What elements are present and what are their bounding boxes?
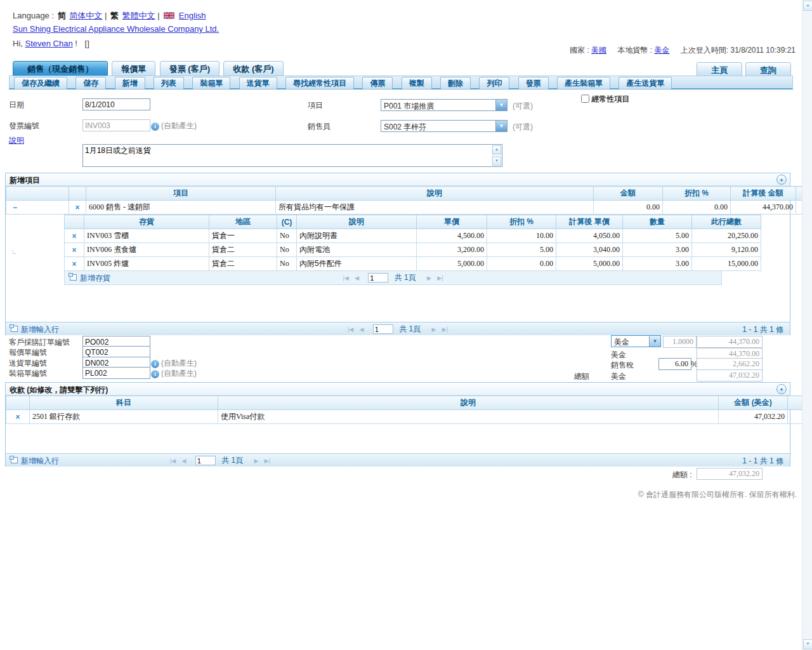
collapse-panel-icon[interactable]: ▲ [776, 384, 787, 394]
stock-cell[interactable]: INV005 炸爐 [84, 257, 209, 271]
scroll-up-icon[interactable]: ▲ [492, 145, 501, 154]
page-scrollbar[interactable]: ▲ ▼ [802, 0, 812, 650]
qty-cell[interactable]: 3.00 [623, 243, 692, 257]
copy-button[interactable]: 複製 [402, 77, 432, 90]
delete-row-icon[interactable]: × [15, 413, 20, 421]
pager-last-icon[interactable]: ▶| [265, 458, 270, 464]
c-cell[interactable]: No [277, 243, 297, 257]
pager-prev-icon[interactable]: ◀ [355, 275, 359, 281]
unit-price-cell[interactable]: 3,200.00 [417, 243, 487, 257]
desc-cell[interactable]: 內附說明書 [297, 229, 417, 243]
unit-price-cell[interactable]: 5,000.00 [417, 257, 487, 271]
find-recurring-button[interactable]: 尋找經常性項目 [285, 77, 354, 90]
net-price-cell[interactable]: 5,000.00 [556, 257, 623, 271]
pager-page-input[interactable] [368, 273, 388, 282]
salesman-select[interactable]: S002 李梓芬 ▼ [381, 120, 508, 132]
c-cell[interactable]: No [277, 257, 297, 271]
country-link[interactable]: 美國 [591, 46, 606, 55]
pager-next-icon[interactable]: ▶ [427, 275, 431, 281]
new-button[interactable]: 新增 [115, 77, 145, 90]
desc-cell[interactable]: 所有貨品均有一年保護 [276, 201, 594, 215]
tab-receipt-customer[interactable]: 收款 (客戶) [223, 61, 283, 76]
c-cell[interactable]: No [277, 229, 297, 243]
user-link[interactable]: Steven Chan [25, 39, 73, 48]
scroll-down-icon[interactable]: ▼ [492, 157, 501, 166]
unit-price-cell[interactable]: 4,500.00 [417, 229, 487, 243]
scroll-down-icon[interactable]: ▼ [803, 639, 812, 649]
net-price-cell[interactable]: 3,040.00 [556, 243, 623, 257]
pager-next-icon[interactable]: ▶ [254, 458, 259, 464]
pager-first-icon[interactable]: |◀ [348, 326, 353, 333]
tab-invoice-customer[interactable]: 發票 (客戶) [160, 61, 219, 76]
list-button[interactable]: 列表 [154, 77, 184, 90]
textarea-scrollbar[interactable]: ▲ ▼ [492, 145, 501, 166]
tax-rate-input[interactable] [658, 358, 691, 370]
location-cell[interactable]: 貨倉一 [209, 229, 277, 243]
location-cell[interactable]: 貨倉二 [209, 257, 277, 271]
discount-cell[interactable]: 0.00 [663, 201, 731, 215]
net-price-cell[interactable]: 4,050.00 [556, 229, 623, 243]
pager-prev-icon[interactable]: ◀ [182, 458, 187, 464]
generate-packing-list-button[interactable]: 產生裝箱單 [557, 77, 610, 90]
qty-cell[interactable]: 3.00 [623, 257, 692, 271]
collapse-panel-icon[interactable]: ▲ [776, 175, 787, 185]
delivery-note-button[interactable]: 送貨單 [239, 77, 277, 90]
tab-quotation[interactable]: 報價單 [112, 61, 155, 76]
save-and-continue-button[interactable]: 儲存及繼續 [14, 77, 67, 90]
pager-last-icon[interactable]: ▶| [437, 275, 443, 281]
desc-cell[interactable]: 內附5件配件 [297, 257, 417, 271]
pager-page-input[interactable] [373, 324, 393, 334]
net-cell[interactable]: 44,370.00 [731, 201, 796, 215]
item-cell[interactable]: 6000 銷售 - 速銷部 [86, 201, 276, 215]
discount-cell[interactable]: 10.00 [487, 229, 556, 243]
line-total-cell[interactable]: 9,120.00 [692, 243, 761, 257]
pager-last-icon[interactable]: ▶| [442, 326, 448, 333]
generate-delivery-note-button[interactable]: 產生送貨單 [619, 77, 672, 90]
receipt-row[interactable]: × 2501 銀行存款 使用Visa付款 47,032.20 [6, 410, 808, 424]
pager-page-input[interactable] [195, 456, 216, 465]
delete-row-icon[interactable]: × [72, 232, 76, 241]
location-cell[interactable]: 貨倉二 [209, 243, 277, 257]
pager-first-icon[interactable]: |◀ [343, 275, 348, 281]
delete-button[interactable]: 刪除 [440, 77, 471, 90]
company-link[interactable]: Sun Shing Electrical Appliance Wholesale… [13, 24, 219, 34]
stock-cell[interactable]: INV003 雪櫃 [84, 229, 209, 243]
packing-list-input[interactable] [82, 367, 150, 379]
pager-next-icon[interactable]: ▶ [432, 326, 436, 333]
project-select[interactable]: P001 市場推廣 ▼ [381, 99, 508, 111]
stock-cell[interactable]: INV006 煮食爐 [84, 243, 209, 257]
desc-cell[interactable]: 使用Visa付款 [218, 410, 719, 424]
qty-cell[interactable]: 5.00 [623, 229, 692, 243]
chevron-down-icon[interactable]: ▼ [495, 100, 507, 110]
save-button[interactable]: 儲存 [75, 77, 106, 90]
local-currency-link[interactable]: 美金 [654, 46, 669, 55]
pager-first-icon[interactable]: |◀ [170, 458, 176, 464]
recurring-checkbox[interactable] [581, 95, 589, 103]
desc-cell[interactable]: 內附電池 [297, 243, 417, 257]
delete-row-icon[interactable]: × [72, 260, 76, 269]
date-input[interactable] [82, 98, 150, 110]
currency-select[interactable]: 美金 ▼ [611, 335, 661, 347]
line-total-cell[interactable]: 20,250.00 [692, 229, 761, 243]
description-link[interactable]: 說明 [9, 135, 24, 146]
voucher-button[interactable]: 傳票 [362, 77, 393, 90]
delete-row-icon[interactable]: × [75, 203, 79, 212]
amount-cell[interactable]: 0.00 [594, 201, 663, 215]
link-simplified-chinese[interactable]: 简体中文 [69, 11, 102, 20]
chevron-down-icon[interactable]: ▼ [495, 121, 507, 131]
discount-cell[interactable]: 0.00 [487, 257, 556, 271]
scroll-up-icon[interactable]: ▲ [803, 1, 812, 11]
link-english[interactable]: English [179, 11, 206, 20]
invoice-button[interactable]: 發票 [518, 77, 549, 90]
tab-sales-cash[interactable]: 銷售（現金銷售） [13, 61, 108, 76]
packing-list-button[interactable]: 裝箱單 [192, 77, 230, 90]
discount-cell[interactable]: 5.00 [487, 243, 556, 257]
print-button[interactable]: 列印 [479, 77, 509, 90]
description-textarea[interactable]: 1月18日或之前送貨 [83, 145, 492, 165]
pager-prev-icon[interactable]: ◀ [360, 326, 364, 333]
line-total-cell[interactable]: 15,000.00 [692, 257, 761, 271]
delete-row-icon[interactable]: × [72, 246, 76, 255]
amount-cell[interactable]: 47,032.20 [719, 410, 788, 424]
chevron-down-icon[interactable]: ▼ [649, 336, 660, 347]
account-cell[interactable]: 2501 銀行存款 [30, 410, 218, 424]
